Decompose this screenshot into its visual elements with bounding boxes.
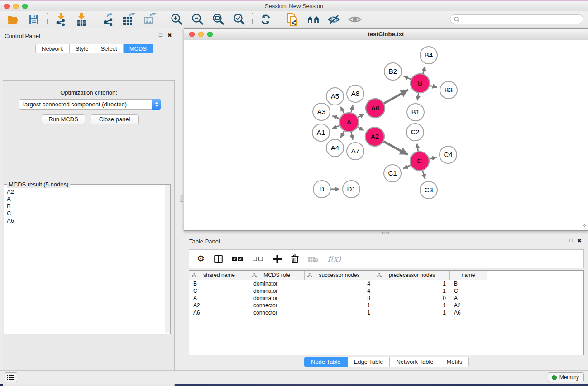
mcds-result-item[interactable]: C: [7, 210, 164, 217]
graph-edge-B-B2[interactable]: [404, 76, 411, 79]
table-cell[interactable]: A6: [450, 309, 487, 316]
table-cell[interactable]: dominator: [249, 295, 305, 302]
table-cell[interactable]: 4: [305, 287, 374, 295]
column-header-MCDS-role[interactable]: MCDS role: [249, 271, 305, 280]
mcds-result-item[interactable]: A: [7, 195, 164, 203]
graph-node-A1[interactable]: A1: [312, 124, 330, 141]
vertical-split-handle[interactable]: [180, 195, 183, 202]
resize-grip-icon[interactable]: [581, 221, 587, 229]
graph-edge-C-C4[interactable]: [429, 157, 436, 159]
tab-network-table[interactable]: Network Table: [390, 357, 440, 367]
show-graphics-details-icon[interactable]: [327, 13, 341, 26]
unselect-all-columns-icon[interactable]: [253, 253, 263, 264]
graph-edge-A-A8[interactable]: [351, 105, 353, 112]
table-cell[interactable]: B: [189, 280, 249, 287]
table-cell[interactable]: 1: [374, 309, 450, 316]
graph-edge-A-A5[interactable]: [340, 107, 344, 114]
zoom-selected-icon[interactable]: [232, 13, 246, 26]
table-row[interactable]: A6connector11A6: [189, 309, 583, 316]
network-canvas[interactable]: AA1A2A3A4A5A6A7A8BB1B2B3B4CC1C2C3C4DD1: [184, 40, 588, 230]
table-cell[interactable]: B: [450, 280, 487, 287]
tab-edge-table[interactable]: Edge Table: [348, 357, 390, 367]
memory-button[interactable]: Memory: [548, 372, 584, 382]
graph-edge-B-B4[interactable]: [423, 67, 425, 74]
table-cell[interactable]: A6: [189, 309, 249, 316]
column-header-predecessor-nodes[interactable]: predecessor nodes: [374, 271, 450, 280]
graph-edge-A2-C[interactable]: [383, 142, 407, 155]
graph-node-C1[interactable]: C1: [384, 165, 401, 182]
table-cell[interactable]: dominator: [249, 287, 305, 295]
float-panel-icon[interactable]: □: [569, 238, 573, 243]
graph-node-A8[interactable]: A8: [347, 85, 364, 102]
graph-node-A3[interactable]: A3: [313, 103, 330, 120]
column-header-name[interactable]: name: [450, 271, 487, 280]
graph-node-C2[interactable]: C2: [406, 124, 424, 141]
graph-node-B3[interactable]: B3: [440, 81, 457, 99]
save-session-icon[interactable]: [27, 13, 41, 26]
table-cell[interactable]: A2: [450, 302, 487, 309]
graph-node-A5[interactable]: A5: [326, 88, 344, 105]
delete-column-icon[interactable]: [291, 253, 299, 264]
graph-edge-A-A4[interactable]: [340, 131, 344, 138]
table-cell[interactable]: C: [450, 287, 487, 295]
table-cell[interactable]: A2: [189, 302, 249, 309]
table-cell[interactable]: 1: [374, 302, 450, 309]
mcds-result-item[interactable]: A2: [7, 188, 164, 195]
graph-edge-C-C1[interactable]: [403, 165, 411, 168]
column-header-shared-name[interactable]: shared name: [189, 271, 249, 280]
show-columns-icon[interactable]: [214, 253, 223, 264]
search-input[interactable]: [450, 14, 583, 24]
float-panel-icon[interactable]: □: [159, 32, 162, 38]
export-image-icon[interactable]: [143, 13, 157, 26]
graph-edge-A6-B[interactable]: [384, 90, 408, 104]
graph-node-B2[interactable]: B2: [384, 63, 402, 80]
zoom-out-icon[interactable]: [191, 13, 204, 26]
close-panel-button[interactable]: Close panel: [91, 114, 139, 124]
task-history-icon[interactable]: [5, 372, 17, 382]
export-table-icon[interactable]: [122, 13, 136, 26]
graph-edge-A-A1[interactable]: [332, 126, 339, 129]
table-cell[interactable]: 0: [374, 295, 450, 302]
graph-node-D[interactable]: D: [313, 181, 330, 198]
graph-edge-B-B3[interactable]: [430, 86, 437, 87]
eye-icon[interactable]: [348, 13, 362, 26]
refresh-icon[interactable]: [259, 13, 272, 26]
graph-node-B4[interactable]: B4: [420, 47, 437, 64]
graph-node-A4[interactable]: A4: [326, 139, 344, 157]
graph-edge-B-B1[interactable]: [417, 93, 419, 101]
table-cell[interactable]: 4: [305, 280, 374, 287]
graph-node-A[interactable]: A: [339, 113, 359, 132]
graph-node-D1[interactable]: D1: [343, 181, 360, 198]
graph-edge-A-A7[interactable]: [351, 132, 353, 139]
graph-edge-A-A2[interactable]: [358, 127, 363, 131]
table-cell[interactable]: A: [450, 295, 487, 302]
graph-edge-A-A3[interactable]: [332, 116, 339, 119]
graph-node-A7[interactable]: A7: [347, 143, 364, 160]
graph-edge-A-A6[interactable]: [358, 114, 364, 117]
tab-style[interactable]: Style: [70, 44, 95, 53]
table-cell[interactable]: C: [189, 287, 249, 295]
zoom-in-icon[interactable]: [170, 13, 183, 26]
graph-node-C4[interactable]: C4: [440, 146, 457, 163]
optimization-criterion-select[interactable]: largest connected component (directed): [19, 99, 161, 110]
zoom-fit-icon[interactable]: [211, 13, 225, 26]
select-all-columns-icon[interactable]: [232, 253, 243, 264]
tab-select[interactable]: Select: [95, 44, 124, 53]
close-panel-icon[interactable]: ✖: [167, 32, 172, 38]
table-cell[interactable]: 1: [305, 309, 374, 316]
graph-node-B1[interactable]: B1: [407, 104, 424, 121]
table-options-icon[interactable]: ⚙: [197, 253, 205, 264]
mcds-result-item[interactable]: B: [7, 203, 164, 210]
tab-mcds[interactable]: MCDS: [124, 44, 153, 53]
graph-node-B[interactable]: B: [411, 74, 430, 93]
run-mcds-button[interactable]: Run MCDS: [42, 114, 85, 124]
table-row[interactable]: Cdominator41C: [189, 287, 583, 295]
table-cell[interactable]: 1: [374, 280, 450, 287]
graph-node-C3[interactable]: C3: [420, 181, 437, 199]
graph-node-A2[interactable]: A2: [365, 127, 384, 146]
export-network-icon[interactable]: [101, 13, 115, 26]
table-row[interactable]: A2connector11A2: [189, 302, 583, 309]
table-cell[interactable]: 8: [305, 295, 374, 302]
horizontal-split-handle[interactable]: [382, 232, 389, 234]
mcds-result-list[interactable]: A2ABCA6: [5, 186, 164, 333]
